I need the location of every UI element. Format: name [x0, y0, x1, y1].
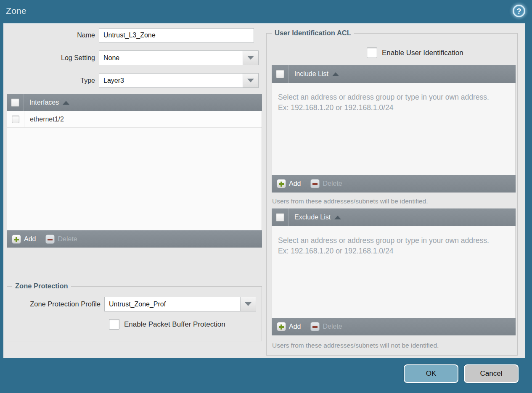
chevron-down-icon	[247, 79, 254, 82]
include-list-footer: Add Delete	[272, 175, 516, 193]
zone-protection-section: Zone Protection Zone Protection Profile …	[7, 286, 262, 341]
exclude-list-footer: Add Delete	[272, 318, 516, 335]
include-add-button[interactable]: Add	[277, 179, 301, 188]
exclude-add-button[interactable]: Add	[277, 322, 301, 331]
zone-protection-profile-select[interactable]: Untrust_Zone_Prof	[104, 297, 256, 311]
zone-dialog-screen: Zone Name Log Setting None Type Layer3	[0, 0, 532, 393]
zone-protection-profile-row: Zone Protection Profile Untrust_Zone_Pro…	[7, 297, 256, 311]
add-button-label: Add	[24, 235, 36, 243]
exclude-list-placeholder: Select an address or address group or ty…	[272, 226, 491, 257]
include-list-helper-text: Users from these addresses/subnets will …	[272, 198, 428, 205]
zone-protection-profile-label: Zone Protection Profile	[7, 300, 104, 308]
chevron-down-icon	[245, 302, 251, 306]
interfaces-panel: Interfaces ethernet1/2 Add Dele	[7, 94, 262, 248]
enable-user-identification-label: Enable User Identification	[382, 49, 463, 57]
add-interface-button[interactable]: Add	[12, 235, 36, 244]
log-setting-select[interactable]: None	[99, 50, 259, 65]
delete-button-label: Delete	[58, 235, 77, 243]
add-icon	[277, 179, 286, 188]
exclude-add-label: Add	[289, 323, 301, 330]
include-list-select-all-checkbox[interactable]	[276, 70, 284, 78]
include-list-placeholder: Select an address or address group or ty…	[272, 83, 491, 113]
include-delete-button[interactable]: Delete	[310, 179, 342, 188]
sort-asc-icon[interactable]	[63, 101, 69, 105]
zone-name-input[interactable]	[99, 28, 254, 42]
include-add-label: Add	[289, 180, 301, 187]
delete-interface-button[interactable]: Delete	[45, 235, 77, 244]
enable-packet-buffer-protection-checkbox[interactable]	[109, 319, 119, 330]
type-field-row: Type Layer3	[3, 73, 259, 88]
exclude-list-helper-text: Users from these addresses/subnets will …	[272, 342, 439, 349]
delete-icon	[310, 179, 320, 188]
delete-icon	[310, 322, 320, 331]
interface-row-checkbox[interactable]	[12, 116, 19, 123]
exclude-list-select-all-checkbox[interactable]	[276, 213, 284, 222]
add-icon	[277, 322, 286, 331]
chevron-down-icon	[247, 56, 254, 60]
name-label: Name	[3, 32, 99, 39]
zone-protection-legend: Zone Protection	[12, 282, 71, 290]
zone-protection-profile-dropdown-button[interactable]	[240, 297, 256, 311]
table-row[interactable]: ethernet1/2	[7, 111, 262, 128]
include-list-body[interactable]: Select an address or address group or ty…	[272, 83, 516, 175]
interface-name: ethernet1/2	[30, 116, 64, 123]
packet-buffer-protection-label: Enable Packet Buffer Protection	[124, 320, 225, 329]
log-setting-label: Log Setting	[3, 54, 99, 62]
interfaces-select-all-cell	[7, 94, 24, 111]
sort-asc-icon[interactable]	[332, 72, 339, 76]
type-select[interactable]: Layer3	[99, 73, 259, 88]
log-setting-dropdown-button[interactable]	[243, 51, 258, 65]
dialog-title: Zone	[6, 0, 26, 22]
enable-user-identification-checkbox[interactable]	[367, 47, 377, 58]
exclude-list-body[interactable]: Select an address or address group or ty…	[272, 226, 516, 318]
log-setting-field-row: Log Setting None	[3, 50, 259, 65]
exclude-list-panel: Exclude List Select an address or addres…	[272, 208, 516, 335]
zone-dialog-body: Name Log Setting None Type Layer3	[3, 23, 525, 358]
user-identification-acl-section: User Identification ACL Enable User Iden…	[266, 33, 518, 356]
sort-asc-icon[interactable]	[334, 216, 341, 219]
interfaces-header: Interfaces	[7, 94, 262, 111]
exclude-delete-button[interactable]: Delete	[310, 322, 342, 331]
packet-buffer-protection-row: Enable Packet Buffer Protection	[109, 319, 225, 330]
name-field-row: Name	[3, 28, 254, 42]
interfaces-footer: Add Delete	[7, 230, 262, 248]
include-delete-label: Delete	[323, 180, 342, 187]
exclude-select-all-cell	[272, 208, 289, 226]
include-list-header-label: Include List	[294, 70, 328, 78]
zone-protection-profile-value: Untrust_Zone_Prof	[105, 297, 240, 311]
add-icon	[12, 235, 21, 244]
type-dropdown-button[interactable]	[243, 74, 258, 87]
type-value: Layer3	[99, 74, 243, 87]
log-setting-value: None	[99, 51, 243, 65]
user-identification-acl-legend: User Identification ACL	[272, 29, 354, 37]
exclude-delete-label: Delete	[323, 323, 342, 330]
dialog-titlebar: Zone	[0, 0, 532, 23]
row-checkbox-cell	[7, 111, 24, 127]
delete-icon	[45, 235, 55, 244]
enable-user-identification-row: Enable User Identification	[367, 47, 463, 58]
interfaces-body: ethernet1/2	[7, 111, 262, 230]
include-list-panel: Include List Select an address or addres…	[272, 65, 516, 193]
include-list-header: Include List	[272, 65, 516, 83]
exclude-list-header-label: Exclude List	[294, 214, 331, 221]
interfaces-header-label: Interfaces	[29, 99, 59, 106]
cancel-button[interactable]: Cancel	[464, 364, 519, 383]
include-select-all-cell	[272, 65, 289, 83]
exclude-list-header: Exclude List	[272, 208, 516, 226]
interfaces-select-all-checkbox[interactable]	[11, 98, 19, 107]
type-label: Type	[3, 77, 99, 84]
help-icon[interactable]	[513, 5, 525, 17]
ok-button[interactable]: OK	[404, 364, 458, 383]
